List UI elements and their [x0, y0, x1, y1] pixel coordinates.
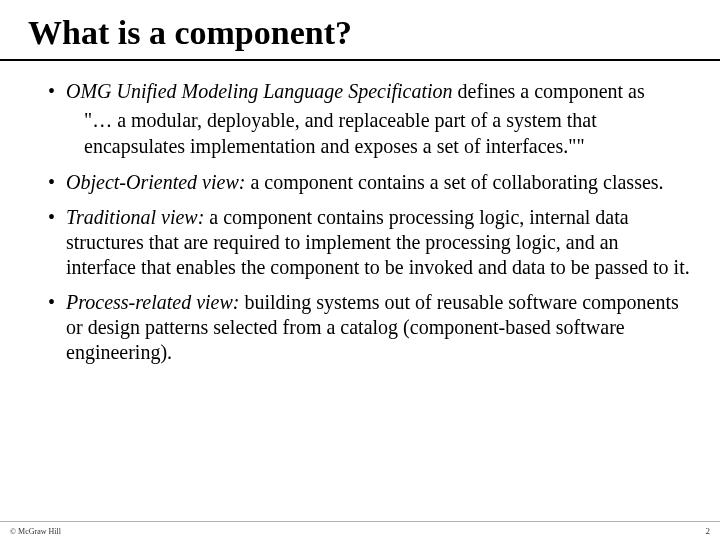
- copyright-text: © McGraw Hill: [10, 527, 61, 536]
- slide-title: What is a component?: [0, 0, 720, 51]
- bullet-list: OMG Unified Modeling Language Specificat…: [0, 79, 720, 364]
- bullet-item: Process-related view: building systems o…: [48, 290, 690, 365]
- bullet-lead-plain: a component contains a set of collaborat…: [245, 171, 663, 193]
- bullet-lead-italic: Process-related view:: [66, 291, 239, 313]
- bullet-lead-italic: OMG Unified Modeling Language Specificat…: [66, 80, 453, 102]
- bullet-item: Traditional view: a component contains p…: [48, 205, 690, 280]
- bullet-sub: "… a modular, deployable, and replaceabl…: [84, 108, 690, 159]
- bullet-lead-italic: Object-Oriented view:: [66, 171, 245, 193]
- footer-divider: [0, 521, 720, 522]
- page-number: 2: [706, 526, 711, 536]
- bullet-lead-italic: Traditional view:: [66, 206, 204, 228]
- bullet-item: OMG Unified Modeling Language Specificat…: [48, 79, 690, 159]
- slide: What is a component? OMG Unified Modelin…: [0, 0, 720, 540]
- title-rule: [0, 59, 720, 61]
- bullet-lead-plain: defines a component as: [453, 80, 645, 102]
- bullet-item: Object-Oriented view: a component contai…: [48, 170, 690, 195]
